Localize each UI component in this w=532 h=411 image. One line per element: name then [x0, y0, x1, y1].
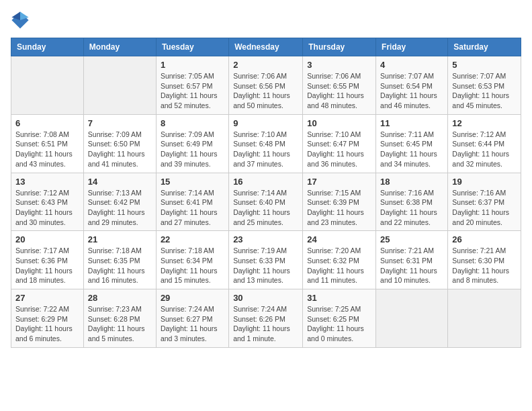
day-number: 17 — [307, 177, 371, 187]
logo — [11, 11, 32, 30]
calendar-cell: 7Sunrise: 7:09 AM Sunset: 6:50 PM Daylig… — [83, 114, 156, 173]
calendar-cell: 4Sunrise: 7:07 AM Sunset: 6:54 PM Daylig… — [376, 56, 448, 115]
day-detail: Sunrise: 7:18 AM Sunset: 6:35 PM Dayligh… — [88, 246, 145, 284]
calendar-cell: 18Sunrise: 7:16 AM Sunset: 6:38 PM Dayli… — [376, 173, 448, 231]
day-number: 20 — [15, 234, 79, 244]
day-detail: Sunrise: 7:15 AM Sunset: 6:39 PM Dayligh… — [307, 189, 364, 226]
day-number: 31 — [307, 293, 371, 303]
day-number: 13 — [15, 177, 79, 187]
day-number: 10 — [307, 118, 371, 128]
day-detail: Sunrise: 7:20 AM Sunset: 6:32 PM Dayligh… — [307, 246, 364, 284]
day-detail: Sunrise: 7:13 AM Sunset: 6:42 PM Dayligh… — [88, 189, 145, 226]
logo-icon — [11, 11, 30, 30]
calendar-header-row: SundayMondayTuesdayWednesdayThursdayFrid… — [11, 38, 521, 56]
page-header — [11, 11, 521, 30]
day-detail: Sunrise: 7:16 AM Sunset: 6:38 PM Dayligh… — [380, 189, 437, 226]
day-detail: Sunrise: 7:08 AM Sunset: 6:51 PM Dayligh… — [15, 130, 73, 168]
day-number: 12 — [452, 118, 517, 128]
day-detail: Sunrise: 7:11 AM Sunset: 6:45 PM Dayligh… — [380, 130, 437, 168]
day-number: 24 — [307, 234, 371, 244]
day-number: 9 — [233, 118, 298, 128]
day-number: 6 — [15, 118, 79, 128]
day-number: 29 — [161, 293, 224, 303]
calendar-week-3: 13Sunrise: 7:12 AM Sunset: 6:43 PM Dayli… — [11, 173, 521, 231]
calendar-cell: 15Sunrise: 7:14 AM Sunset: 6:41 PM Dayli… — [156, 173, 228, 231]
calendar-cell: 29Sunrise: 7:24 AM Sunset: 6:27 PM Dayli… — [156, 289, 228, 348]
day-header-friday: Friday — [376, 38, 448, 56]
day-detail: Sunrise: 7:18 AM Sunset: 6:34 PM Dayligh… — [161, 246, 218, 284]
day-detail: Sunrise: 7:07 AM Sunset: 6:53 PM Dayligh… — [452, 72, 509, 109]
day-number: 2 — [233, 60, 298, 70]
day-header-thursday: Thursday — [303, 38, 376, 56]
day-number: 27 — [15, 293, 79, 303]
calendar-table: SundayMondayTuesdayWednesdayThursdayFrid… — [11, 38, 521, 348]
day-detail: Sunrise: 7:21 AM Sunset: 6:31 PM Dayligh… — [380, 246, 437, 284]
calendar-cell: 31Sunrise: 7:25 AM Sunset: 6:25 PM Dayli… — [303, 289, 376, 348]
calendar-cell: 12Sunrise: 7:12 AM Sunset: 6:44 PM Dayli… — [448, 114, 521, 173]
calendar-cell: 1Sunrise: 7:05 AM Sunset: 6:57 PM Daylig… — [156, 56, 228, 115]
calendar-cell: 21Sunrise: 7:18 AM Sunset: 6:35 PM Dayli… — [83, 231, 156, 289]
calendar-cell: 26Sunrise: 7:21 AM Sunset: 6:30 PM Dayli… — [448, 231, 521, 289]
calendar-cell — [83, 56, 156, 115]
day-detail: Sunrise: 7:06 AM Sunset: 6:55 PM Dayligh… — [307, 72, 364, 109]
calendar-cell: 13Sunrise: 7:12 AM Sunset: 6:43 PM Dayli… — [11, 173, 84, 231]
day-number: 7 — [88, 118, 152, 128]
day-detail: Sunrise: 7:17 AM Sunset: 6:36 PM Dayligh… — [15, 246, 73, 284]
day-detail: Sunrise: 7:14 AM Sunset: 6:40 PM Dayligh… — [233, 189, 290, 226]
calendar-cell: 30Sunrise: 7:24 AM Sunset: 6:26 PM Dayli… — [229, 289, 303, 348]
calendar-cell: 24Sunrise: 7:20 AM Sunset: 6:32 PM Dayli… — [303, 231, 376, 289]
day-detail: Sunrise: 7:12 AM Sunset: 6:44 PM Dayligh… — [452, 130, 509, 168]
day-number: 18 — [380, 177, 443, 187]
calendar-cell — [448, 289, 521, 348]
calendar-cell: 27Sunrise: 7:22 AM Sunset: 6:29 PM Dayli… — [11, 289, 84, 348]
day-header-tuesday: Tuesday — [156, 38, 228, 56]
day-number: 30 — [233, 293, 298, 303]
calendar-cell — [376, 289, 448, 348]
day-number: 26 — [452, 234, 517, 244]
calendar-week-5: 27Sunrise: 7:22 AM Sunset: 6:29 PM Dayli… — [11, 289, 521, 348]
day-detail: Sunrise: 7:16 AM Sunset: 6:37 PM Dayligh… — [452, 189, 509, 226]
calendar-cell: 8Sunrise: 7:09 AM Sunset: 6:49 PM Daylig… — [156, 114, 228, 173]
day-detail: Sunrise: 7:23 AM Sunset: 6:28 PM Dayligh… — [88, 305, 145, 342]
calendar-cell: 6Sunrise: 7:08 AM Sunset: 6:51 PM Daylig… — [11, 114, 84, 173]
day-number: 5 — [452, 60, 517, 70]
day-number: 4 — [380, 60, 443, 70]
calendar-cell: 11Sunrise: 7:11 AM Sunset: 6:45 PM Dayli… — [376, 114, 448, 173]
day-number: 15 — [161, 177, 224, 187]
calendar-week-2: 6Sunrise: 7:08 AM Sunset: 6:51 PM Daylig… — [11, 114, 521, 173]
calendar-cell: 23Sunrise: 7:19 AM Sunset: 6:33 PM Dayli… — [229, 231, 303, 289]
day-header-sunday: Sunday — [11, 38, 84, 56]
calendar-cell: 25Sunrise: 7:21 AM Sunset: 6:31 PM Dayli… — [376, 231, 448, 289]
day-number: 11 — [380, 118, 443, 128]
day-detail: Sunrise: 7:25 AM Sunset: 6:25 PM Dayligh… — [307, 305, 364, 342]
calendar-cell: 28Sunrise: 7:23 AM Sunset: 6:28 PM Dayli… — [83, 289, 156, 348]
day-number: 28 — [88, 293, 152, 303]
calendar-cell: 9Sunrise: 7:10 AM Sunset: 6:48 PM Daylig… — [229, 114, 303, 173]
calendar-cell: 2Sunrise: 7:06 AM Sunset: 6:56 PM Daylig… — [229, 56, 303, 115]
calendar-cell: 20Sunrise: 7:17 AM Sunset: 6:36 PM Dayli… — [11, 231, 84, 289]
day-detail: Sunrise: 7:10 AM Sunset: 6:47 PM Dayligh… — [307, 130, 364, 168]
day-detail: Sunrise: 7:14 AM Sunset: 6:41 PM Dayligh… — [161, 189, 218, 226]
calendar-week-4: 20Sunrise: 7:17 AM Sunset: 6:36 PM Dayli… — [11, 231, 521, 289]
day-detail: Sunrise: 7:06 AM Sunset: 6:56 PM Dayligh… — [233, 72, 290, 109]
day-number: 19 — [452, 177, 517, 187]
calendar-week-1: 1Sunrise: 7:05 AM Sunset: 6:57 PM Daylig… — [11, 56, 521, 115]
day-detail: Sunrise: 7:24 AM Sunset: 6:26 PM Dayligh… — [233, 305, 290, 342]
day-number: 25 — [380, 234, 443, 244]
calendar-cell: 3Sunrise: 7:06 AM Sunset: 6:55 PM Daylig… — [303, 56, 376, 115]
day-number: 1 — [161, 60, 224, 70]
day-number: 14 — [88, 177, 152, 187]
calendar-cell: 19Sunrise: 7:16 AM Sunset: 6:37 PM Dayli… — [448, 173, 521, 231]
calendar-cell: 10Sunrise: 7:10 AM Sunset: 6:47 PM Dayli… — [303, 114, 376, 173]
day-header-monday: Monday — [83, 38, 156, 56]
day-number: 21 — [88, 234, 152, 244]
calendar-cell — [11, 56, 84, 115]
day-detail: Sunrise: 7:19 AM Sunset: 6:33 PM Dayligh… — [233, 246, 290, 284]
calendar-cell: 14Sunrise: 7:13 AM Sunset: 6:42 PM Dayli… — [83, 173, 156, 231]
day-header-saturday: Saturday — [448, 38, 521, 56]
day-detail: Sunrise: 7:12 AM Sunset: 6:43 PM Dayligh… — [15, 189, 73, 226]
day-number: 16 — [233, 177, 298, 187]
day-number: 8 — [161, 118, 224, 128]
calendar-cell: 16Sunrise: 7:14 AM Sunset: 6:40 PM Dayli… — [229, 173, 303, 231]
day-detail: Sunrise: 7:09 AM Sunset: 6:49 PM Dayligh… — [161, 130, 218, 168]
